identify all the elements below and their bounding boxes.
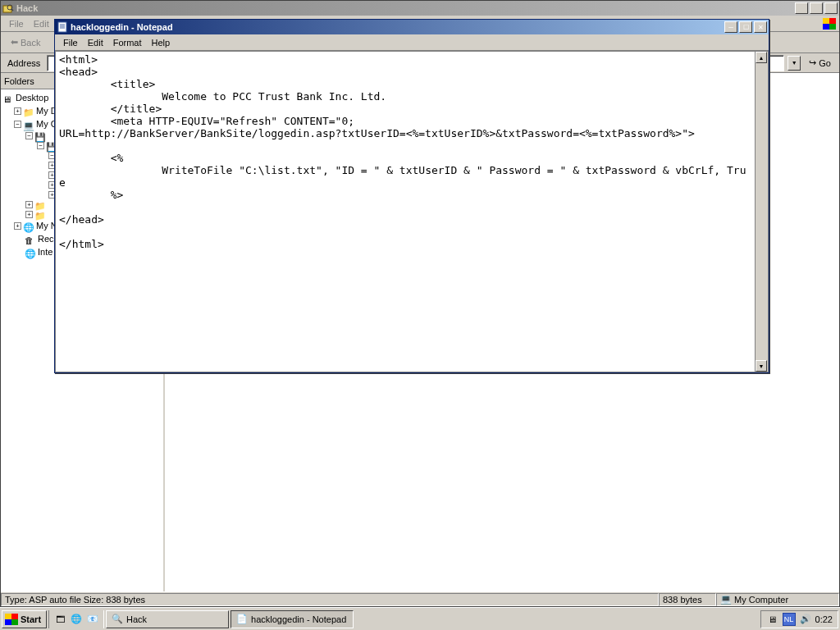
taskbar-item-notepad[interactable]: 📄 hackloggedin - Notepad (231, 610, 354, 628)
collapse-icon[interactable]: − (14, 121, 21, 128)
explorer-title: Hack (16, 3, 795, 13)
collapse-icon[interactable]: − (37, 142, 44, 149)
folder-icon: 📁 (23, 106, 34, 116)
go-arrow-icon: ↪ (809, 57, 816, 68)
recycle-icon: 🗑 (25, 234, 36, 244)
outlook-icon[interactable]: 📧 (85, 612, 100, 627)
show-desktop-icon[interactable]: 🗔 (52, 612, 67, 627)
notepad-titlebar[interactable]: hackloggedin - Notepad ─ ☐ ✕ (55, 20, 769, 34)
ie-icon[interactable]: 🌐 (69, 612, 84, 627)
address-label: Address (4, 58, 43, 68)
menu-edit[interactable]: Edit (83, 36, 108, 49)
ie-icon: 🌐 (25, 247, 36, 257)
close-button[interactable]: ✕ (754, 21, 767, 33)
taskbar: Start 🗔 🌐 📧 🔍 Hack 📄 hackloggedin - Note… (0, 607, 840, 630)
maximize-button[interactable]: ☐ (739, 21, 752, 33)
vertical-scrollbar[interactable]: ▲ ▼ (755, 52, 768, 372)
search-folder-icon (2, 2, 14, 14)
folders-header: Folders (4, 76, 34, 86)
tray-icon[interactable]: 🖥 (766, 613, 779, 626)
desktop-icon: 🖥 (2, 93, 14, 103)
taskbar-item-hack[interactable]: 🔍 Hack (106, 610, 229, 628)
windows-logo-icon (5, 614, 18, 625)
menu-format[interactable]: Format (108, 36, 147, 49)
network-icon: 🌐 (23, 221, 34, 231)
minimize-button[interactable]: ─ (724, 21, 737, 33)
scroll-down-icon[interactable]: ▼ (756, 360, 767, 372)
quick-launch: 🗔 🌐 📧 (48, 610, 104, 628)
menu-help[interactable]: Help (147, 36, 176, 49)
close-button[interactable]: ✕ (824, 2, 838, 14)
back-button[interactable]: ⬅ Back (4, 35, 47, 49)
expand-icon[interactable]: + (25, 211, 33, 218)
expand-icon[interactable]: + (14, 107, 21, 115)
explorer-statusbar: Type: ASP auto file Size: 838 bytes 838 … (1, 591, 839, 606)
back-arrow-icon: ⬅ (11, 37, 18, 48)
notepad-menubar: File Edit Format Help (55, 34, 769, 51)
tray-icon[interactable]: 🔊 (799, 613, 812, 626)
notepad-title: hackloggedin - Notepad (71, 22, 724, 32)
status-location: 💻 My Computer (716, 593, 839, 606)
system-tray: 🖥 NL 🔊 0:22 (760, 610, 838, 628)
status-bytes: 838 bytes (659, 593, 716, 606)
folder-icon: 📁 (34, 209, 46, 219)
status-type: Type: ASP auto file Size: 838 bytes (1, 593, 659, 606)
collapse-icon[interactable]: − (25, 132, 33, 139)
language-indicator[interactable]: NL (783, 613, 796, 626)
scroll-up-icon[interactable]: ▲ (756, 52, 767, 63)
windows-logo-icon (823, 18, 836, 30)
folder-icon: 📁 (34, 199, 46, 209)
drive-icon: 💾 (34, 130, 46, 140)
expand-icon[interactable]: + (25, 201, 33, 208)
menu-file[interactable]: File (4, 17, 29, 30)
notepad-icon: 📄 (236, 614, 248, 624)
notepad-textarea[interactable]: <html> <head> <title> Welcome to PCC Tru… (56, 52, 755, 372)
notepad-icon (57, 21, 68, 33)
search-folder-icon: 🔍 (112, 614, 123, 624)
notepad-window: hackloggedin - Notepad ─ ☐ ✕ File Edit F… (54, 19, 769, 373)
menu-edit[interactable]: Edit (29, 17, 54, 30)
minimize-button[interactable]: ─ (795, 2, 808, 14)
go-button[interactable]: ↪ Go (804, 56, 836, 70)
clock[interactable]: 0:22 (815, 614, 833, 624)
start-button[interactable]: Start (2, 610, 47, 628)
svg-rect-3 (58, 22, 66, 32)
menu-file[interactable]: File (58, 36, 83, 49)
explorer-titlebar[interactable]: Hack ─ ❐ ✕ (1, 1, 839, 16)
expand-icon[interactable]: + (14, 222, 21, 230)
computer-icon: 💻 (720, 594, 732, 605)
maximize-button[interactable]: ❐ (810, 2, 823, 14)
address-dropdown[interactable]: ▼ (788, 56, 801, 71)
computer-icon: 💻 (23, 119, 34, 129)
